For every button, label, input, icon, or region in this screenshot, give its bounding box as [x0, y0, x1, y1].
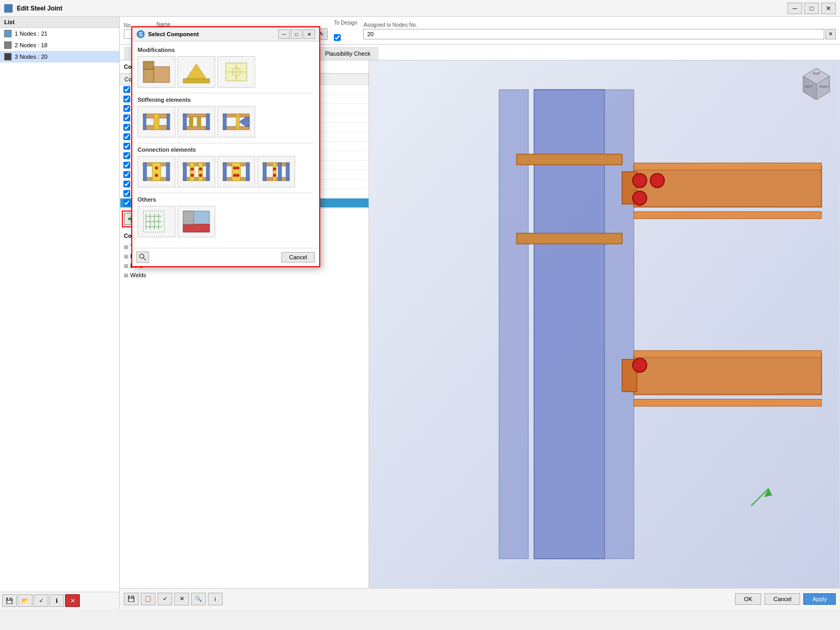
svg-rect-31 [223, 114, 226, 130]
list-item-2[interactable]: 2 Nodes : 18 [0, 39, 119, 51]
conn-component-1[interactable] [138, 156, 175, 187]
settings-welds[interactable]: ⊞ Welds [124, 270, 364, 280]
modifications-grid [138, 60, 314, 88]
list-check-btn[interactable]: ✓ [34, 594, 48, 607]
svg-point-100 [633, 174, 647, 188]
svg-rect-77 [183, 224, 209, 232]
mod-component-1[interactable] [138, 60, 175, 88]
row-checkbox[interactable] [123, 96, 130, 102]
row-checkbox[interactable] [123, 133, 130, 140]
svg-point-58 [233, 174, 236, 177]
svg-point-40 [155, 174, 158, 177]
list-item-3[interactable]: 3 Nodes : 20 [0, 51, 119, 62]
svg-rect-64 [273, 163, 276, 181]
category-connection-label: Connection elements [138, 146, 314, 153]
divider-3 [138, 193, 314, 193]
maximize-button[interactable]: □ [804, 3, 819, 14]
svg-rect-54 [246, 163, 249, 181]
bottom-tool-2[interactable]: 📋 [141, 593, 155, 605]
conn-component-2[interactable] [177, 156, 215, 187]
divider-1 [138, 93, 314, 93]
svg-text:RIGHT: RIGHT [820, 85, 830, 88]
svg-rect-37 [166, 163, 170, 181]
assigned-input[interactable] [363, 29, 824, 39]
list-items-container: 1 Nodes : 21 2 Nodes : 18 3 Nodes : 20 [0, 28, 119, 592]
svg-rect-10 [154, 67, 170, 82]
other-component-2[interactable] [177, 206, 215, 237]
list-save-btn[interactable]: 💾 [2, 594, 17, 607]
settings-welds-label: Welds [130, 272, 146, 278]
dialog-content: Modifications [132, 60, 319, 248]
list-info-btn[interactable]: ℹ [49, 594, 64, 607]
close-button[interactable]: ✕ [821, 3, 836, 14]
bottom-tool-5[interactable]: 🔍 [191, 593, 206, 605]
svg-rect-24 [183, 127, 209, 130]
ok-button[interactable]: OK [735, 593, 761, 605]
bottom-tool-6[interactable]: i [208, 593, 223, 605]
mod-component-3[interactable] [217, 60, 255, 88]
row-checkbox[interactable] [123, 114, 130, 121]
list-delete-btn[interactable]: ✕ [65, 594, 80, 607]
svg-point-48 [199, 167, 202, 171]
row-checkbox[interactable] [123, 162, 130, 169]
other-component-1[interactable] [138, 206, 175, 237]
right-content: No. 3 Name ✎ To Design Assigned to Nodes… [120, 17, 840, 609]
svg-rect-38 [152, 163, 161, 181]
row-checkbox[interactable] [123, 190, 130, 197]
category-stiffening-label: Stiffening elements [138, 97, 314, 103]
svg-rect-44 [206, 163, 209, 181]
connection-grid [138, 156, 314, 187]
divider-2 [138, 143, 314, 143]
to-design-label: To Design [334, 20, 357, 26]
row-checkbox[interactable] [123, 105, 130, 112]
cube-navigator[interactable]: TOP RIGHT LEFT [798, 66, 835, 102]
content-panel: Components Component Type Component Name [120, 60, 840, 588]
svg-rect-20 [154, 114, 159, 130]
svg-rect-94 [634, 212, 821, 218]
list-item-color-1 [4, 30, 12, 37]
bottom-tool-3[interactable]: ✓ [158, 593, 172, 605]
minimize-button[interactable]: ─ [788, 3, 802, 14]
dialog-search-button[interactable] [136, 251, 149, 263]
to-design-field: To Design [334, 20, 357, 41]
stiff-component-1[interactable] [138, 106, 175, 138]
stiff-component-2[interactable] [177, 106, 215, 138]
3d-view[interactable]: TOP RIGHT LEFT [369, 60, 840, 588]
row-checkbox[interactable] [123, 152, 130, 159]
stiff-component-3[interactable] [217, 106, 255, 138]
svg-rect-105 [517, 233, 622, 244]
assigned-close-button[interactable]: ✕ [825, 29, 836, 39]
list-item-color-2 [4, 41, 12, 49]
row-checkbox[interactable] [123, 181, 130, 187]
row-checkbox[interactable] [123, 124, 130, 131]
row-checkbox[interactable] [123, 143, 130, 150]
conn-component-3[interactable] [217, 156, 255, 187]
tab-plausibility[interactable]: Plausibility Check [317, 47, 378, 60]
bottom-tool-1[interactable]: 💾 [124, 593, 139, 605]
expand-icon-welds: ⊞ [124, 272, 128, 278]
row-checkbox[interactable] [123, 200, 130, 206]
dialog-cancel-button[interactable]: Cancel [281, 252, 315, 262]
svg-rect-53 [223, 163, 226, 181]
svg-point-47 [191, 167, 194, 171]
row-checkbox[interactable] [123, 86, 130, 93]
svg-rect-96 [634, 353, 821, 394]
others-grid [138, 206, 314, 237]
app-icon [4, 4, 13, 13]
svg-rect-43 [183, 163, 186, 181]
conn-component-4[interactable] [257, 156, 295, 187]
svg-rect-11 [143, 61, 154, 69]
expand-icon-to-connect: ⊞ [124, 244, 128, 250]
bottom-tool-4[interactable]: ✕ [174, 593, 189, 605]
list-open-btn[interactable]: 📂 [18, 594, 33, 607]
svg-rect-45 [190, 163, 194, 181]
to-design-checkbox[interactable] [334, 34, 341, 41]
apply-button[interactable]: Apply [803, 593, 836, 605]
mod-component-2[interactable] [177, 60, 215, 88]
svg-rect-41 [183, 163, 209, 166]
list-item-1[interactable]: 1 Nodes : 21 [0, 28, 119, 39]
row-checkbox[interactable] [123, 171, 130, 178]
svg-rect-9 [143, 69, 154, 82]
svg-point-79 [140, 254, 144, 258]
cancel-button[interactable]: Cancel [764, 593, 800, 605]
